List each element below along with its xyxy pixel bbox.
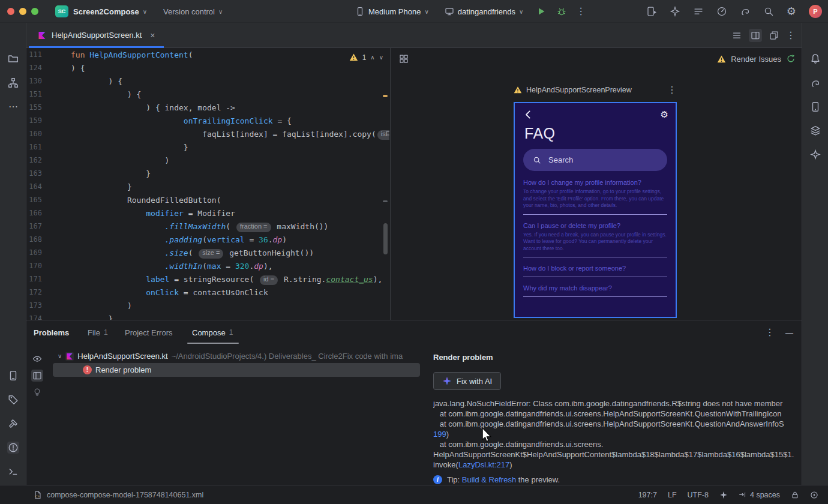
tab-project-errors[interactable]: Project Errors (125, 320, 172, 344)
code-line[interactable]: RoundedFilledButton( (71, 196, 383, 209)
editor-more-icon[interactable]: ⋮ (786, 31, 796, 40)
run-config-selector[interactable]: datingandfriends (458, 7, 515, 16)
status-file-widget[interactable]: compose-compose-model-1758748140651.xml (34, 491, 203, 499)
project-selector[interactable]: Screen2Compose ∨ (73, 0, 147, 23)
line-number[interactable]: 171 (26, 275, 47, 288)
traffic-zoom-button[interactable] (31, 8, 38, 15)
terminal-tool-icon[interactable] (7, 466, 19, 478)
gradle-tool-icon[interactable] (809, 77, 821, 89)
code-line[interactable]: } (71, 143, 383, 156)
profiler-icon[interactable] (716, 6, 727, 17)
notifications-icon[interactable] (809, 53, 821, 65)
expand-chevron-icon[interactable]: ∨ (58, 353, 62, 359)
line-number[interactable]: 151 (26, 90, 47, 103)
next-problem-button[interactable]: ∨ (379, 54, 383, 61)
render-issues-badge[interactable]: Render Issues (717, 54, 796, 64)
running-devices-tool-icon[interactable] (7, 370, 19, 382)
indent-widget[interactable]: 4 spaces (739, 491, 780, 499)
caret-position-widget[interactable]: 197:7 (638, 491, 657, 499)
line-number[interactable]: 166 (26, 209, 47, 222)
resource-manager-tool-icon[interactable] (809, 125, 821, 137)
more-tools-icon[interactable]: ⋯ (7, 101, 19, 113)
ai-assistant-icon[interactable] (670, 6, 680, 17)
structure-tool-icon[interactable] (7, 77, 19, 89)
quickfix-bulb-icon[interactable] (31, 386, 43, 398)
code-line[interactable]: fun HelpAndSupportContent( (71, 50, 383, 64)
project-tool-icon[interactable] (7, 53, 19, 65)
code-line[interactable]: } (71, 314, 383, 320)
build-refresh-link[interactable]: Build & Refresh (462, 475, 516, 484)
preview-layout-grid-icon[interactable] (399, 54, 409, 64)
code-line[interactable]: } (71, 169, 383, 182)
device-manager-tool-icon[interactable] (809, 101, 821, 113)
preview-options-icon[interactable]: ⋮ (667, 85, 677, 95)
debug-button[interactable] (557, 7, 566, 16)
split-preview-icon[interactable] (749, 29, 762, 42)
code-line[interactable]: ) { (71, 64, 383, 77)
line-number[interactable]: 111 (26, 50, 47, 64)
code-line[interactable]: ) { (71, 77, 383, 90)
stack-trace-link[interactable]: LazyDsl.kt:217 (458, 460, 509, 469)
code-line[interactable]: .fillMaxWidth( fraction = maxWidth()) (71, 222, 383, 235)
code-editor[interactable]: 1111241301511551591601611621631641651661… (26, 48, 389, 320)
code-line[interactable]: label = stringResource( id = R.string.co… (71, 275, 383, 288)
code-line[interactable]: ) { index, model -> (71, 103, 383, 116)
encoding-widget[interactable]: UTF-8 (688, 491, 709, 499)
code-line[interactable]: .padding(vertical = 36.dp) (71, 235, 383, 248)
editor-scrollbar-thumb[interactable] (383, 223, 388, 254)
editor-list-icon[interactable] (732, 31, 742, 40)
line-number[interactable]: 160 (26, 130, 47, 143)
line-number[interactable]: 165 (26, 196, 47, 209)
lock-icon[interactable] (791, 491, 799, 499)
preview-device-frame[interactable]: ⚙ FAQ Search How do I change my profile … (514, 102, 677, 318)
code-line[interactable]: ) (71, 301, 383, 314)
line-number[interactable]: 162 (26, 156, 47, 169)
code-line[interactable]: faqList[index] = faqList[index].copy(isE (71, 130, 383, 143)
tree-problem-row[interactable]: ! Render problem (83, 363, 151, 377)
line-number[interactable]: 169 (26, 248, 47, 262)
problems-tool-icon[interactable] (7, 442, 19, 454)
line-number[interactable]: 167 (26, 222, 47, 235)
line-number[interactable]: 159 (26, 116, 47, 130)
profile-avatar[interactable]: P (809, 5, 822, 18)
build-tool-icon[interactable] (7, 418, 19, 430)
line-number[interactable]: 155 (26, 103, 47, 116)
structure-list-icon[interactable] (693, 6, 704, 17)
tree-file-row[interactable]: ∨ HelpAndSupportScreen.kt ~/AndroidStudi… (58, 349, 403, 363)
code-line[interactable]: .widthIn(max = 320.dp), (71, 262, 383, 275)
logcat-tool-icon[interactable] (7, 394, 19, 406)
line-separator-widget[interactable]: LF (668, 491, 677, 499)
code-line[interactable]: } (71, 182, 383, 196)
code-line[interactable]: ) { (71, 90, 383, 103)
run-button[interactable] (536, 7, 546, 16)
code-line[interactable]: onTrailingIconClick = { (71, 116, 383, 130)
panel-options-icon[interactable]: ⋮ (765, 328, 775, 337)
filter-eye-icon[interactable] (31, 353, 43, 365)
tab-file[interactable]: File1 (88, 320, 108, 344)
stack-trace-link[interactable]: 199 (433, 430, 446, 439)
inspection-widget[interactable]: 1 ∧ ∨ (349, 53, 383, 62)
line-number[interactable]: 174 (26, 314, 47, 320)
code-line[interactable]: .size( size = getButtonHeight()) (71, 248, 383, 262)
version-control-menu[interactable]: Version control ∨ (163, 0, 223, 23)
traffic-close-button[interactable] (7, 8, 14, 15)
code-line[interactable]: onClick = contactUsOnClick (71, 288, 383, 301)
line-number[interactable]: 164 (26, 182, 47, 196)
previous-problem-button[interactable]: ∧ (370, 54, 374, 61)
device-selector[interactable]: Medium Phone (368, 7, 421, 16)
line-number[interactable]: 172 (26, 288, 47, 301)
ai-chat-tool-icon[interactable] (809, 149, 821, 161)
editor-code[interactable]: fun HelpAndSupportContent() { ) { ) { ) … (71, 50, 383, 320)
line-number[interactable]: 163 (26, 169, 47, 182)
details-view-icon[interactable] (31, 370, 43, 382)
tab-close-button[interactable]: × (150, 31, 155, 40)
search-everywhere-button[interactable] (763, 6, 774, 17)
hide-panel-button[interactable]: — (785, 329, 793, 337)
build-refresh-icon[interactable] (786, 54, 796, 64)
running-devices-icon[interactable] (646, 6, 657, 17)
line-number[interactable]: 168 (26, 235, 47, 248)
line-number[interactable]: 124 (26, 64, 47, 77)
ai-status-icon[interactable] (719, 491, 728, 499)
editor-tab[interactable]: HelpAndSupportScreen.kt × (29, 23, 164, 47)
inspections-status-icon[interactable] (810, 491, 818, 499)
